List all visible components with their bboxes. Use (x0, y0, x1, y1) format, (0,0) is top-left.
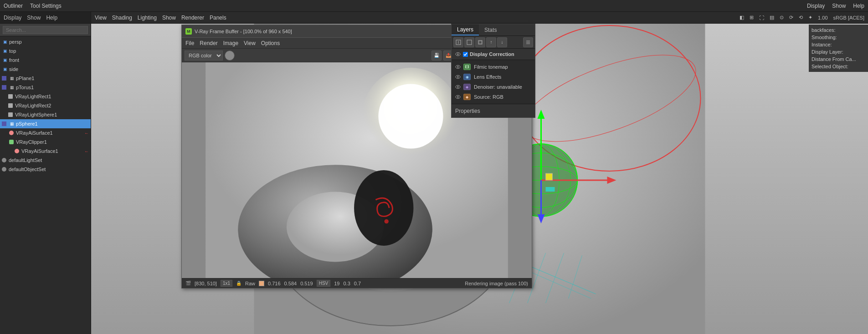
lighting-menu[interactable]: Lighting (138, 15, 157, 21)
sidebar-display[interactable]: Display (4, 15, 21, 21)
toolbar-icon-1[interactable]: ◧ (740, 15, 744, 20)
shading-menu[interactable]: Shading (112, 15, 132, 21)
outliner-item-vraylightsphere1[interactable]: VRayLightSphere1 (0, 110, 91, 119)
layer-item-filmic: 🎞 Filmic tonemap (452, 62, 535, 72)
svg-rect-39 (467, 40, 472, 45)
mesh-icon-psphere: ▦ (9, 121, 15, 127)
denoiser-visibility-btn[interactable] (454, 83, 462, 91)
prop-distance: Distance From Ca... (812, 56, 865, 63)
display-menu-item[interactable]: Display (807, 3, 825, 9)
duplicate-layer-btn[interactable] (475, 37, 485, 47)
zoom-value: 1.00 (818, 15, 827, 20)
sidebar-header: Display Show Help (0, 12, 91, 24)
outliner-item-defaultobjectset[interactable]: defaultObjectSet (0, 165, 91, 174)
denoiser-label: Denoiser: unavailable (474, 84, 522, 90)
vray-file-menu[interactable]: File (185, 40, 194, 46)
help-menu-item[interactable]: Help (853, 3, 864, 9)
toolbar-icon-4[interactable]: ▤ (770, 15, 774, 20)
b-value: 0.519 (300, 281, 313, 286)
camera-icon-persp: ▣ (2, 39, 8, 45)
tab-layers[interactable]: Layers (452, 24, 479, 35)
add-layer-btn[interactable] (453, 37, 463, 47)
lock-icon: 🔒 (236, 281, 241, 286)
layer-item-lens: ◉ Lens Effects (452, 72, 535, 82)
source-visibility-btn[interactable] (454, 93, 462, 101)
svg-point-46 (457, 54, 459, 55)
outliner-item-defaultlightset[interactable]: defaultLightSet (0, 156, 91, 165)
render-frame-icon: 🎬 (185, 281, 191, 286)
vray-options-menu[interactable]: Options (261, 40, 280, 46)
tool-settings-menu-item[interactable]: Tool Settings (30, 3, 62, 9)
vray-view-menu[interactable]: View (244, 40, 256, 46)
toolbar-icon-7[interactable]: ⟲ (799, 15, 803, 20)
lens-icon: ◉ (463, 74, 471, 80)
outliner-item-top[interactable]: ▣ top (0, 46, 91, 56)
toolbar-icon-6[interactable]: ⟳ (789, 15, 793, 20)
toolbar-icon-5[interactable]: ⊙ (780, 15, 784, 20)
outliner-item-vrayaisurface1-1[interactable]: VRayAiSurface1 ← (0, 128, 91, 137)
view-menu[interactable]: View (95, 15, 107, 21)
viewport-menubar: View Shading Lighting Show Renderer Pane… (91, 12, 868, 24)
outliner-item-vraylightrect1[interactable]: VRayLightRect1 (0, 92, 91, 101)
toolbar-icon-3[interactable]: ⛶ (759, 15, 764, 20)
properties-label: Properties (455, 108, 480, 114)
denoiser-icon: ◈ (463, 84, 471, 90)
outliner-menu-item[interactable]: Outliner (4, 3, 23, 9)
tab-stats[interactable]: Stats (479, 24, 502, 35)
move-down-btn[interactable]: ↓ (497, 37, 507, 47)
display-correction-header: Display Correction (452, 49, 535, 60)
top-menubar: Outliner Tool Settings Display Show Help (0, 0, 868, 12)
sidebar-show[interactable]: Show (27, 15, 41, 21)
lens-visibility-btn[interactable] (454, 73, 462, 81)
outliner-item-ptorus1[interactable]: ▦ pTorus1 (0, 83, 91, 92)
r-value: 0.716 (268, 281, 281, 286)
move-up-btn[interactable]: ↑ (486, 37, 496, 47)
properties-section: Properties (452, 104, 535, 117)
svg-rect-22 (546, 173, 553, 180)
prop-smoothing: Smoothing: (812, 34, 865, 41)
remove-layer-btn[interactable] (464, 37, 474, 47)
sidebar: Display Show Help ▣ persp ▣ top ▣ front (0, 12, 91, 334)
save-image-btn[interactable]: 💾 (431, 51, 442, 61)
outliner-item-persp[interactable]: ▣ persp (0, 37, 91, 46)
display-correction-label: Display Correction (470, 51, 514, 57)
filmic-icon: 🎞 (463, 64, 471, 70)
svg-point-52 (457, 86, 459, 88)
outliner-item-front[interactable]: ▣ front (0, 56, 91, 65)
hsv-val3: 0.7 (354, 281, 361, 286)
prop-display-layer: Display Layer: (812, 48, 865, 56)
renderer-menu[interactable]: Renderer (181, 15, 204, 21)
hsv-val1: 19 (334, 281, 339, 286)
outliner-item-vrayaisurface1-2[interactable]: VRayAiSurface1 ← (0, 147, 91, 156)
display-correction-visibility[interactable] (454, 51, 462, 58)
display-correction-checkbox[interactable] (463, 52, 468, 57)
color-model-badge: HSV (317, 280, 331, 287)
source-icon: ◆ (463, 94, 471, 100)
layers-settings-btn[interactable] (523, 37, 533, 47)
filmic-visibility-btn[interactable] (454, 63, 462, 71)
outliner-item-pplane1[interactable]: ▦ pPlane1 (0, 74, 91, 83)
filmic-label: Filmic tonemap (474, 64, 508, 70)
show-menu[interactable]: Show (162, 15, 176, 21)
toolbar-icon-2[interactable]: ⊞ (750, 15, 754, 20)
vray-render-menu[interactable]: Render (200, 40, 217, 46)
pixel-coords: [830, 510] (195, 281, 217, 286)
color-mode-select[interactable]: RGB color Alpha Luminance (185, 51, 223, 61)
outliner-item-side[interactable]: ▣ side (0, 65, 91, 74)
sidebar-help[interactable]: Help (46, 15, 57, 21)
show-menu-item[interactable]: Show (832, 3, 846, 9)
outliner-item-psphere1[interactable]: ▦ pSphere1 (0, 119, 91, 128)
vray-image-menu[interactable]: Image (223, 40, 238, 46)
prop-selected-object: Selected Object: (812, 63, 865, 70)
outliner-item-vraylightrect2[interactable]: VRayLightRect2 (0, 101, 91, 110)
arrow-icon-2: ← (84, 149, 89, 154)
panels-menu[interactable]: Panels (210, 15, 226, 21)
scale-badge: 1x1 (221, 280, 232, 287)
color-picker-btn[interactable] (225, 51, 235, 61)
toolbar-icon-8[interactable]: ✦ (808, 15, 812, 20)
outliner-item-vrayclipper1[interactable]: VRayClipper1 (0, 137, 91, 147)
search-input[interactable] (3, 26, 88, 34)
vray-statusbar: 🎬 [830, 510] 1x1 🔒 Raw 0.716 0.584 0.519… (182, 278, 532, 288)
svg-point-48 (457, 66, 459, 68)
right-properties-panel: backfaces: Smoothing: Instance: Display … (809, 25, 868, 72)
